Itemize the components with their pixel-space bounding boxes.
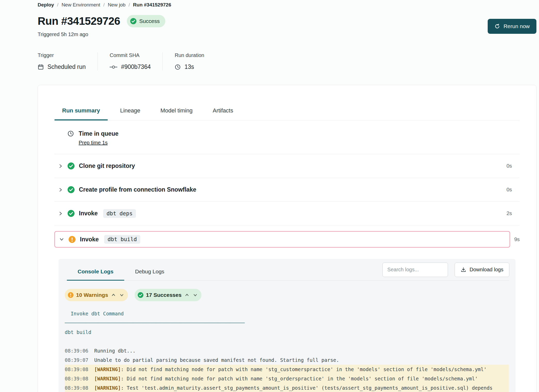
run-meta: Trigger Scheduled run Commit SHA #900b73…: [38, 52, 536, 70]
meta-commit: Commit SHA #900b7364: [110, 52, 163, 70]
step-clone-git-repository[interactable]: Clone git repository 0s: [54, 154, 520, 178]
success-check-icon: [68, 210, 75, 217]
log-header: Console Logs Debug Logs Download logs: [65, 259, 509, 281]
previous-warning-button[interactable]: [111, 292, 116, 298]
successes-badge: 17 Successes: [135, 289, 201, 301]
triggered-text: Triggered 5h 12m ago: [38, 31, 536, 37]
breadcrumb-separator: /: [129, 2, 130, 8]
duration-label: Run duration: [175, 52, 204, 58]
tab-run-summary[interactable]: Run summary: [54, 103, 108, 120]
chevron-right-icon[interactable]: [58, 211, 63, 216]
tab-artifacts[interactable]: Artifacts: [205, 103, 241, 120]
log-line: Invoke dbt Command: [65, 309, 509, 318]
trigger-label: Trigger: [38, 52, 86, 58]
successes-badge-label: 17 Successes: [146, 292, 182, 298]
success-check-icon: [68, 186, 75, 193]
time-in-queue-text: Time in queue Prep time 1s: [79, 130, 118, 146]
selected-step-box[interactable]: Invoke dbt build: [54, 231, 510, 248]
breadcrumb-item-deploy[interactable]: Deploy: [38, 2, 54, 8]
log-filter-badges: 10 Warnings: [65, 289, 509, 301]
download-icon: [461, 267, 466, 273]
rerun-button[interactable]: Rerun now: [488, 19, 536, 34]
log-line: dbt build: [65, 328, 509, 337]
commit-value-text: #900b7364: [121, 63, 151, 70]
tab-bar: Run summary Lineage Model timing Artifac…: [54, 103, 520, 120]
log-line-blank: [65, 337, 509, 346]
calendar-icon: [38, 64, 44, 70]
breadcrumb-separator: /: [57, 2, 58, 8]
download-logs-label: Download logs: [470, 267, 503, 273]
step-create-profile[interactable]: Create profile from connection Snowflake…: [54, 178, 520, 202]
status-badge-label: Success: [139, 18, 160, 24]
commit-value: #900b7364: [110, 63, 151, 70]
trigger-value: Scheduled run: [38, 63, 86, 70]
clock-icon: [175, 64, 181, 70]
warning-icon: [68, 292, 74, 298]
log-line-warning: 08:39:08[WARNING]: Did not find matching…: [65, 374, 509, 383]
step-command-chip: dbt deps: [103, 209, 136, 218]
meta-trigger: Trigger Scheduled run: [38, 52, 98, 70]
chevron-down-icon: [119, 293, 124, 297]
log-tab-bar: Console Logs Debug Logs: [65, 259, 175, 280]
step-duration: 9s: [514, 236, 520, 242]
chevron-right-icon[interactable]: [58, 187, 63, 192]
tab-debug-logs[interactable]: Debug Logs: [124, 268, 175, 280]
chevron-down-icon: [193, 293, 198, 297]
warning-icon: [69, 236, 76, 243]
page-title: Run #341529726: [38, 15, 120, 27]
breadcrumb-item-run: Run #341529726: [133, 2, 171, 8]
prep-time-link[interactable]: Prep time 1s: [79, 140, 108, 146]
log-panel: Console Logs Debug Logs Download logs: [59, 259, 516, 392]
duration-value: 13s: [175, 63, 204, 70]
step-duration: 0s: [507, 187, 512, 193]
step-duration: 2s: [507, 210, 512, 216]
duration-value-text: 13s: [184, 63, 194, 70]
success-check-icon: [138, 292, 143, 298]
rerun-button-label: Rerun now: [503, 23, 530, 29]
search-logs-input[interactable]: [382, 263, 448, 277]
time-in-queue-title: Time in queue: [79, 130, 118, 137]
log-line-warning: 08:39:08[WARNING]: Test 'test.admin_matu…: [65, 383, 509, 392]
tab-model-timing[interactable]: Model timing: [153, 103, 200, 120]
log-actions: Download logs: [382, 263, 509, 277]
log-line-warning: 08:39:08[WARNING]: Did not find matching…: [65, 365, 509, 374]
tab-console-logs[interactable]: Console Logs: [67, 268, 124, 280]
step-label: Clone git repository: [79, 162, 135, 169]
step-invoke-dbt-build[interactable]: Invoke dbt build 9s: [54, 231, 520, 248]
breadcrumb-item-job[interactable]: New job: [108, 2, 126, 8]
breadcrumb: Deploy / New Environment / New job / Run…: [38, 2, 536, 8]
log-line-divider: ────────────────────────────────────────…: [65, 318, 509, 328]
success-check-icon: [68, 162, 75, 169]
step-duration: 0s: [507, 163, 512, 169]
chevron-down-icon[interactable]: [59, 237, 64, 242]
success-check-icon: [130, 18, 136, 24]
warnings-badge-label: 10 Warnings: [76, 292, 108, 298]
commit-label: Commit SHA: [110, 52, 151, 58]
step-label: Invoke: [80, 236, 99, 243]
step-invoke-dbt-deps[interactable]: Invoke dbt deps 2s: [54, 202, 520, 225]
chevron-up-icon: [111, 293, 116, 297]
time-in-queue-section: Time in queue Prep time 1s: [54, 120, 520, 154]
run-summary-card: Run summary Lineage Model timing Artifac…: [38, 85, 536, 392]
breadcrumb-item-environment[interactable]: New Environment: [62, 2, 100, 8]
git-commit-icon: [110, 64, 117, 70]
chevron-right-icon[interactable]: [58, 164, 63, 169]
step-label: Create profile from connection Snowflake: [79, 186, 196, 193]
warnings-badge: 10 Warnings: [65, 289, 128, 301]
refresh-icon: [494, 23, 500, 29]
run-detail-page: Deploy / New Environment / New job / Run…: [0, 0, 539, 392]
next-success-button[interactable]: [192, 292, 198, 298]
status-badge: Success: [127, 15, 165, 27]
header: Run #341529726 Success: [38, 15, 536, 27]
previous-success-button[interactable]: [184, 292, 190, 298]
log-line: 08:39:07Unable to do partial parsing bec…: [65, 355, 509, 365]
step-command-chip: dbt build: [104, 235, 140, 244]
download-logs-button[interactable]: Download logs: [455, 263, 509, 277]
tab-lineage[interactable]: Lineage: [112, 103, 148, 120]
trigger-value-text: Scheduled run: [47, 63, 86, 70]
log-output: Invoke dbt Command ─────────────────────…: [65, 309, 509, 392]
next-warning-button[interactable]: [119, 292, 125, 298]
meta-duration: Run duration 13s: [175, 52, 216, 70]
step-label: Invoke: [79, 210, 98, 217]
timer-icon: [67, 130, 74, 137]
